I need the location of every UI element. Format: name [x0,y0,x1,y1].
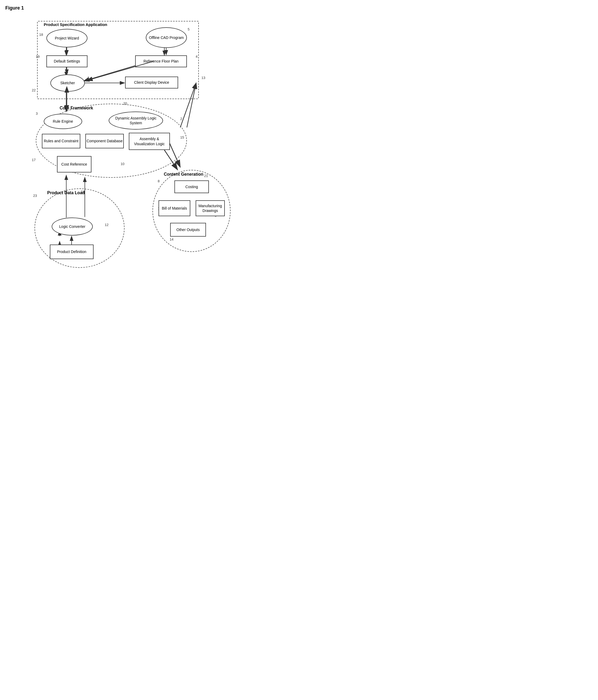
other-outputs-node: Other Outputs [170,223,206,236]
num-23: 23 [33,194,37,198]
component-db-node: Component Database [85,134,124,148]
client-display-node: Client Display Device [125,77,178,89]
project-wizard-node: Project Wizard [46,29,88,47]
rules-constraint-node: Rules and Constraint [42,134,80,148]
num-1: 1 [88,76,89,80]
num-4: 4 [196,55,197,58]
default-settings-node: Default Settings [46,55,88,67]
diagram: Product Specification Application 18 19 … [5,14,233,278]
num-18: 18 [39,32,43,36]
cost-reference-node: Cost Reference [57,156,92,173]
product-data-label: Product Data Load [47,191,85,195]
num-17: 17 [32,158,35,162]
dynamic-assembly-node: Dynamic Assembly Logic System [109,111,163,130]
num-2: 2 [180,117,182,121]
num-5: 5 [188,27,190,31]
num-3: 3 [36,111,38,116]
logic-converter-node: Logic Converter [52,218,93,235]
manufacturing-node: Manufacturing Drawings [196,200,225,216]
sketcher-node: Sketcher [50,74,85,92]
rule-engine-node: Rule Engine [44,114,82,129]
bill-materials-node: Bill of Materials [159,200,190,216]
num-13: 13 [201,76,205,80]
costing-node: Costing [174,180,209,193]
reference-floor-plan-node: Reference Floor Plan [135,55,187,67]
figure-label: Figure 1 [5,5,233,11]
num-8: 8 [158,179,160,183]
content-gen-label: Content Generation [164,172,203,177]
num-22: 22 [32,88,35,92]
assembly-viz-node: Assembly & Visualization Logic [129,133,170,150]
core-framework-label: Core Framework [59,106,93,110]
num-19: 19 [36,55,40,58]
product-definition-node: Product Definition [50,245,94,259]
offline-cad-node: Offline CAD Program [146,27,187,48]
product-spec-label: Product Specification Application [44,22,107,27]
